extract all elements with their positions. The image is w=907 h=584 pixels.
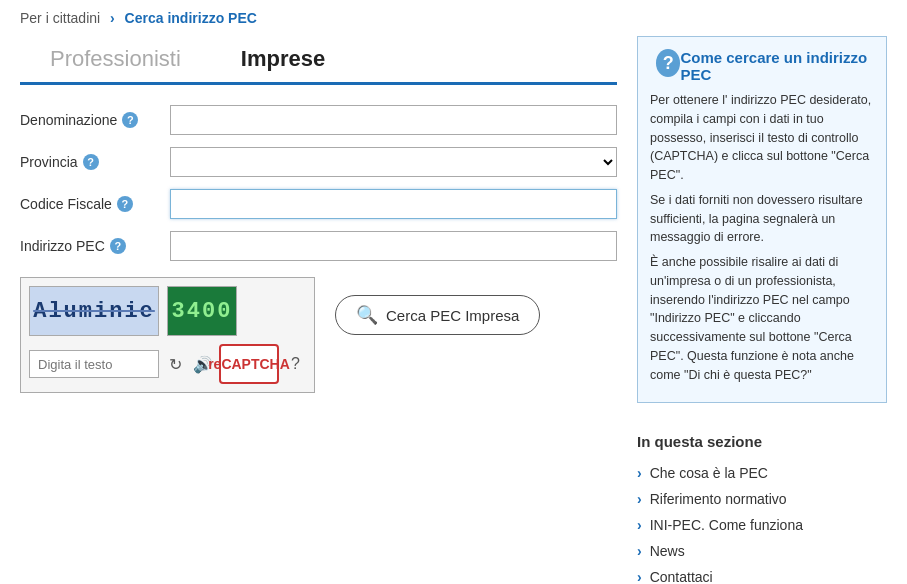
search-btn-label: Cerca PEC Impresa (386, 307, 519, 324)
input-indirizzo-pec[interactable] (170, 231, 617, 261)
captcha-image-row: Aluminie 3400 (29, 286, 306, 336)
help-icon-denominazione[interactable]: ? (122, 112, 138, 128)
nav-label-3: News (650, 543, 685, 559)
label-codice-fiscale: Codice Fiscale ? (20, 196, 170, 212)
info-box-para-1: Per ottenere l' indirizzo PEC desiderato… (650, 91, 874, 185)
nav-arrow-1: › (637, 491, 642, 507)
left-section: Professionisti Imprese Denominazione ? P… (20, 36, 617, 584)
nav-item-2[interactable]: › INI-PEC. Come funziona (637, 512, 887, 538)
help-icon-provincia[interactable]: ? (83, 154, 99, 170)
info-box: ? Come cercare un indirizzo PEC Per otte… (637, 36, 887, 403)
right-panel: ? Come cercare un indirizzo PEC Per otte… (637, 36, 887, 584)
nav-label-4: Contattaci (650, 569, 713, 584)
nav-item-3[interactable]: › News (637, 538, 887, 564)
label-provincia: Provincia ? (20, 154, 170, 170)
label-denominazione: Denominazione ? (20, 112, 170, 128)
nav-arrow-3: › (637, 543, 642, 559)
form-row-indirizzo-pec: Indirizzo PEC ? (20, 231, 617, 261)
breadcrumb: Per i cittadini › Cerca indirizzo PEC (0, 0, 907, 36)
captcha-input[interactable] (29, 350, 159, 378)
form-row-codice-fiscale: Codice Fiscale ? (20, 189, 617, 219)
captcha-controls: ↻ 🔊 reCAPTCHA ? (29, 344, 306, 384)
main-content: Professionisti Imprese Denominazione ? P… (0, 36, 907, 584)
label-indirizzo-pec: Indirizzo PEC ? (20, 238, 170, 254)
captcha-image-number: 3400 (167, 286, 237, 336)
captcha-image-text: Aluminie (29, 286, 159, 336)
select-provincia[interactable] (170, 147, 617, 177)
info-box-para-3: È anche possibile risalire ai dati di un… (650, 253, 874, 384)
section-nav: In questa sezione › Che cosa è la PEC › … (637, 423, 887, 584)
help-icon-codice-fiscale[interactable]: ? (117, 196, 133, 212)
input-codice-fiscale[interactable] (170, 189, 617, 219)
nav-label-0: Che cosa è la PEC (650, 465, 768, 481)
recaptcha-badge: reCAPTCHA (219, 344, 279, 384)
info-box-title: Come cercare un indirizzo PEC (680, 49, 874, 83)
captcha-box: Aluminie 3400 ↻ 🔊 reCAPTCHA ? (20, 277, 315, 393)
tab-imprese[interactable]: Imprese (211, 36, 355, 82)
form-section: Denominazione ? Provincia ? Codice Fisca… (20, 105, 617, 403)
nav-item-0[interactable]: › Che cosa è la PEC (637, 460, 887, 486)
info-q-icon: ? (656, 49, 680, 77)
nav-arrow-4: › (637, 569, 642, 584)
input-denominazione[interactable] (170, 105, 617, 135)
breadcrumb-separator: › (110, 10, 115, 26)
captcha-help-icon[interactable]: ? (285, 351, 306, 377)
section-nav-title: In questa sezione (637, 433, 887, 450)
form-row-denominazione: Denominazione ? (20, 105, 617, 135)
nav-label-2: INI-PEC. Come funziona (650, 517, 803, 533)
captcha-refresh-icon[interactable]: ↻ (165, 351, 186, 377)
tabs-container: Professionisti Imprese (20, 36, 617, 85)
nav-arrow-0: › (637, 465, 642, 481)
tab-professionisti[interactable]: Professionisti (20, 36, 211, 82)
search-icon: 🔍 (356, 304, 378, 326)
nav-label-1: Riferimento normativo (650, 491, 787, 507)
form-row-provincia: Provincia ? (20, 147, 617, 177)
breadcrumb-parent[interactable]: Per i cittadini (20, 10, 100, 26)
help-icon-indirizzo-pec[interactable]: ? (110, 238, 126, 254)
breadcrumb-current: Cerca indirizzo PEC (125, 10, 257, 26)
info-box-para-2: Se i dati forniti non dovessero risultar… (650, 191, 874, 247)
nav-item-1[interactable]: › Riferimento normativo (637, 486, 887, 512)
nav-arrow-2: › (637, 517, 642, 533)
nav-item-4[interactable]: › Contattaci (637, 564, 887, 584)
search-pec-button[interactable]: 🔍 Cerca PEC Impresa (335, 295, 540, 335)
